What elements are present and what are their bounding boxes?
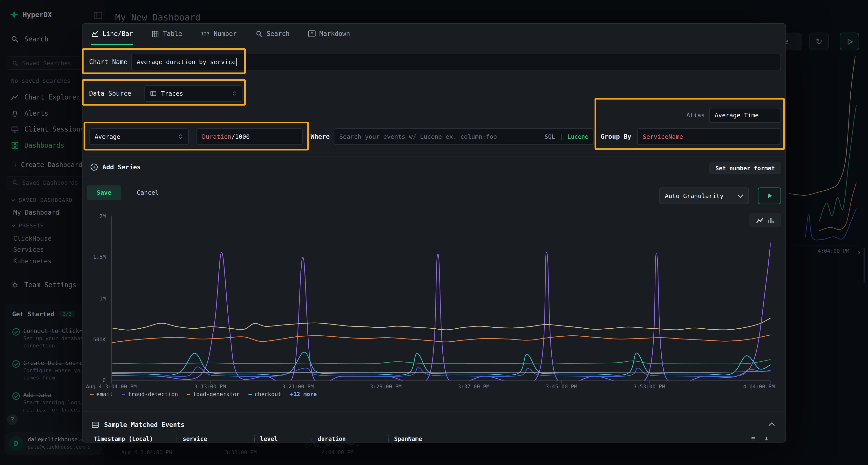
column-header-level[interactable]: level: [254, 435, 312, 442]
x-tick-mark: [298, 381, 299, 383]
granularity-select[interactable]: Auto Granularity: [659, 188, 749, 204]
set-number-format-button[interactable]: Set number format: [709, 162, 781, 174]
cancel-button[interactable]: Cancel: [130, 185, 166, 200]
x-tick-mark: [649, 381, 650, 383]
x-tick-label: 3:21:00 PM: [282, 383, 314, 389]
sample-events-title: Sample Matched Events: [104, 421, 185, 429]
download-icon[interactable]: ↓: [765, 435, 769, 442]
x-tick-label: 3:45:00 PM: [546, 383, 577, 389]
tab-number[interactable]: 123 Number: [201, 24, 237, 45]
tab-table[interactable]: Table: [152, 24, 182, 45]
where-placeholder: Search your events w/ Lucene ex. column:…: [339, 133, 540, 140]
data-source-select[interactable]: Traces: [145, 85, 242, 102]
chevron-down-icon: [737, 193, 743, 199]
y-tick-label: 1.5M: [83, 254, 105, 260]
divider: [83, 157, 785, 157]
x-tick-mark: [111, 381, 112, 383]
legend-label: fraud-detection: [128, 391, 178, 397]
tab-label: Markdown: [319, 30, 350, 38]
run-chart-button[interactable]: [758, 188, 781, 204]
tab-markdown[interactable]: M Markdown: [308, 24, 350, 45]
toggle-divider: |: [560, 133, 563, 140]
group-by-input[interactable]: ServiceName: [637, 128, 781, 145]
where-input[interactable]: Search your events w/ Lucene ex. column:…: [334, 128, 594, 145]
legend-label: checkout: [255, 391, 281, 397]
search-icon: [255, 30, 263, 37]
x-tick-mark: [386, 381, 386, 383]
x-tick-mark: [770, 381, 771, 383]
field-value: Duration: [202, 133, 231, 140]
x-tick-label: 3:37:00 PM: [458, 383, 489, 389]
table-icon: [152, 30, 159, 37]
set-number-format-label: Set number format: [715, 165, 775, 171]
alias-label: Alias: [680, 108, 705, 123]
chart-plot-area[interactable]: [111, 217, 770, 381]
tab-bar: Line/Bar Table 123 Number: [91, 24, 350, 45]
lucene-toggle[interactable]: Lucene: [567, 133, 588, 140]
field-suffix: /1000: [231, 133, 250, 140]
tabs-divider: [83, 45, 785, 45]
select-chevrons-icon: [178, 133, 183, 140]
text-caret: [236, 58, 237, 66]
data-source-value: Traces: [161, 90, 227, 97]
field-input[interactable]: Duration/1000: [196, 128, 303, 145]
granularity-value: Auto Granularity: [665, 192, 733, 199]
x-tick-mark: [210, 381, 211, 383]
alias-value: Average Time: [715, 112, 758, 119]
column-header-duration[interactable]: duration: [312, 435, 388, 442]
y-tick-label: 500K: [83, 336, 105, 342]
select-chevrons-icon: [231, 90, 237, 97]
column-header-timestamp[interactable]: Timestamp (Local): [94, 435, 177, 442]
legend-swatch: —: [187, 391, 190, 397]
sql-toggle[interactable]: SQL: [545, 133, 555, 140]
y-tick-label: 1M: [83, 295, 105, 301]
y-tick-label: 0: [83, 377, 105, 383]
legend-item[interactable]: — email: [90, 391, 113, 397]
column-header-spanname[interactable]: SpanName: [388, 435, 499, 442]
where-label: Where: [311, 128, 330, 145]
tab-search[interactable]: Search: [255, 24, 289, 45]
x-tick-label: 3:13:00 PM: [194, 383, 226, 389]
tab-label: Search: [267, 30, 289, 38]
traces-icon: [150, 90, 157, 97]
cancel-label: Cancel: [137, 189, 159, 196]
chart-name-value: Average duration by service: [137, 58, 236, 66]
legend-label: load-generator: [193, 391, 240, 397]
number-icon: 123: [201, 31, 210, 36]
chart-legend: — email — fraud-detection — load-generat…: [90, 391, 317, 397]
column-header-service[interactable]: service: [177, 435, 254, 442]
legend-swatch: —: [90, 391, 94, 397]
tab-label: Table: [163, 30, 182, 38]
x-tick-label: 3:53:00 PM: [633, 383, 665, 389]
legend-swatch: —: [248, 391, 252, 397]
y-axis-labels: 2M1.5M1M500K0: [83, 24, 108, 442]
chart-editor-modal: Line/Bar Table 123 Number: [82, 23, 786, 442]
tab-label: Number: [214, 30, 237, 38]
legend-more-link[interactable]: +12 more: [290, 391, 317, 397]
table-icon: [91, 421, 99, 429]
x-tick-mark: [561, 381, 562, 383]
legend-item[interactable]: — fraud-detection: [122, 391, 178, 397]
divider: [83, 411, 785, 411]
sample-events-header[interactable]: Sample Matched Events: [91, 418, 185, 432]
group-by-value: ServiceName: [643, 133, 683, 140]
events-table-header: Timestamp (Local) service level duration…: [94, 435, 747, 442]
divider: [83, 180, 785, 180]
table-menu-icon[interactable]: ≡: [751, 435, 755, 442]
legend-item[interactable]: — checkout: [248, 391, 281, 397]
chevron-up-icon[interactable]: [768, 421, 775, 428]
x-tick-mark: [473, 381, 474, 383]
legend-swatch: —: [122, 391, 125, 397]
legend-item[interactable]: — load-generator: [187, 391, 240, 397]
y-tick-label: 2M: [83, 213, 105, 219]
x-tick-label: 4:04:00 PM: [743, 383, 775, 389]
add-series-label: Add Series: [102, 163, 141, 171]
play-icon: [767, 193, 773, 199]
alias-input[interactable]: Average Time: [709, 108, 781, 123]
legend-label: email: [96, 391, 113, 397]
x-tick-label: 3:29:00 PM: [370, 383, 401, 389]
markdown-icon: M: [308, 30, 315, 37]
chart-name-input[interactable]: Average duration by service: [131, 54, 781, 70]
group-by-label: Group By: [600, 128, 631, 145]
timeseries-chart: [112, 217, 771, 381]
